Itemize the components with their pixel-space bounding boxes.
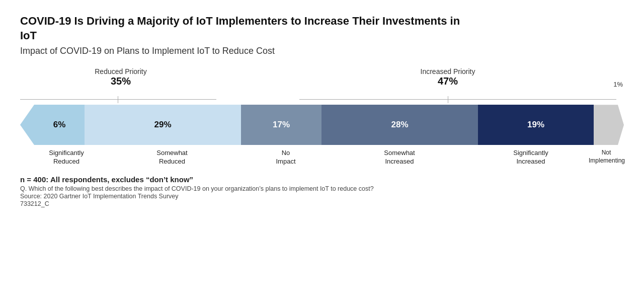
seg-somewhat-reduced: 29%	[85, 105, 241, 145]
bar-row: 6% 29% 17% 28% 19%	[20, 105, 624, 145]
source-line: Source: 2020 Gartner IoT Implementation …	[20, 193, 624, 200]
left-arrow	[20, 105, 34, 145]
bar-labels: SignificantlyReduced SomewhatReduced NoI…	[20, 149, 624, 166]
label-not-implementing: NotImplementing	[589, 149, 624, 166]
lines-row: 1%	[20, 95, 624, 104]
seg-somewhat-increased: 28%	[321, 105, 478, 145]
label-somewhat-reduced: SomewhatReduced	[99, 149, 246, 166]
reduced-priority-label: Reduced Priority 35%	[20, 67, 221, 87]
not-impl-pct-label: 1%	[613, 81, 623, 88]
seg-not-implementing	[594, 105, 624, 145]
seg-significantly-reduced: 6%	[34, 105, 85, 145]
increased-line	[299, 99, 616, 100]
chart-title: COVID-19 Is Driving a Majority of IoT Im…	[20, 14, 473, 43]
label-significantly-increased: SignificantlyIncreased	[473, 149, 589, 166]
chart-area: Reduced Priority 35% Increased Priority …	[20, 67, 624, 166]
label-significantly-reduced: SignificantlyReduced	[34, 149, 99, 166]
reduced-tick	[118, 96, 118, 103]
seg-no-impact: 17%	[241, 105, 321, 145]
chart-subtitle: Impact of COVID-19 on Plans to Implement…	[20, 46, 624, 56]
n-line: n = 400: All respondents, excludes “don’…	[20, 175, 624, 184]
reduced-priority-pct: 35%	[20, 75, 221, 87]
seg-significantly-increased: 19%	[478, 105, 594, 145]
increased-priority-label: Increased Priority 47%	[302, 67, 594, 87]
priority-labels: Reduced Priority 35% Increased Priority …	[20, 67, 624, 93]
footer: n = 400: All respondents, excludes “don’…	[20, 175, 624, 207]
label-no-impact: NoImpact	[246, 149, 326, 166]
q-line: Q. Which of the following best describes…	[20, 185, 624, 192]
increased-priority-pct: 47%	[302, 75, 594, 87]
reduced-line	[20, 99, 216, 100]
code-line: 733212_C	[20, 200, 624, 207]
increased-tick	[448, 96, 448, 103]
label-somewhat-increased: SomewhatIncreased	[326, 149, 473, 166]
